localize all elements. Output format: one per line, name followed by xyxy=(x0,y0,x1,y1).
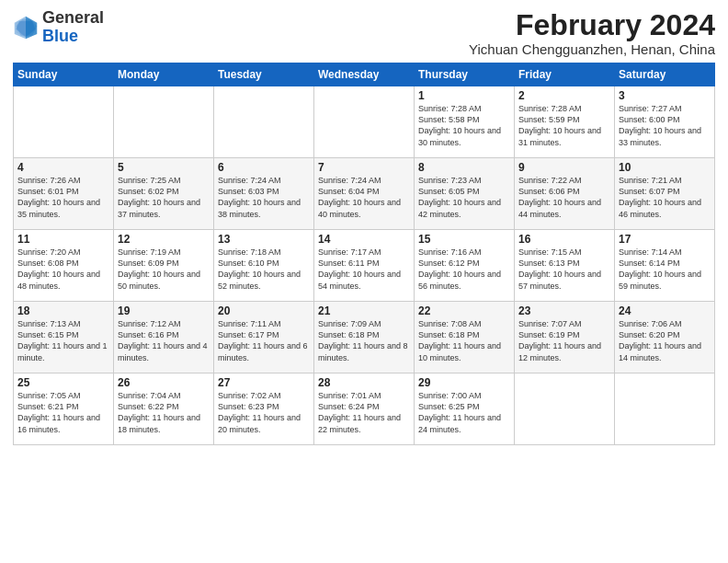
day-number: 11 xyxy=(17,233,109,246)
cell-info: Sunrise: 7:05 AMSunset: 6:21 PMDaylight:… xyxy=(17,390,109,435)
day-number: 9 xyxy=(518,161,610,174)
cell-w3-d6: 16Sunrise: 7:15 AMSunset: 6:13 PMDayligh… xyxy=(515,230,615,302)
day-number: 26 xyxy=(118,376,210,389)
cell-w5-d5: 29Sunrise: 7:00 AMSunset: 6:25 PMDayligh… xyxy=(415,373,515,445)
col-monday: Monday xyxy=(114,63,214,86)
day-number: 28 xyxy=(318,376,410,389)
cell-w2-d3: 6Sunrise: 7:24 AMSunset: 6:03 PMDaylight… xyxy=(214,158,314,230)
cell-w4-d5: 22Sunrise: 7:08 AMSunset: 6:18 PMDayligh… xyxy=(415,302,515,373)
cell-w2-d4: 7Sunrise: 7:24 AMSunset: 6:04 PMDaylight… xyxy=(314,158,415,230)
cell-w5-d3: 27Sunrise: 7:02 AMSunset: 6:23 PMDayligh… xyxy=(214,373,314,445)
cell-w5-d6 xyxy=(515,373,615,445)
title-block: February 2024 Yichuan Chengguanzhen, Hen… xyxy=(469,9,715,57)
cell-w1-d6: 2Sunrise: 7:28 AMSunset: 5:59 PMDaylight… xyxy=(515,86,615,158)
cell-info: Sunrise: 7:13 AMSunset: 6:15 PMDaylight:… xyxy=(17,318,109,363)
col-friday: Friday xyxy=(515,63,615,86)
day-number: 29 xyxy=(418,376,510,389)
day-number: 10 xyxy=(619,161,711,174)
day-number: 12 xyxy=(118,233,210,246)
logo-blue: Blue xyxy=(42,27,78,45)
cell-info: Sunrise: 7:12 AMSunset: 6:16 PMDaylight:… xyxy=(118,318,210,363)
cell-w5-d2: 26Sunrise: 7:04 AMSunset: 6:22 PMDayligh… xyxy=(114,373,214,445)
day-number: 23 xyxy=(518,304,610,317)
cell-w3-d1: 11Sunrise: 7:20 AMSunset: 6:08 PMDayligh… xyxy=(14,230,114,302)
cell-info: Sunrise: 7:01 AMSunset: 6:24 PMDaylight:… xyxy=(318,390,410,435)
day-number: 17 xyxy=(619,233,711,246)
cell-w5-d4: 28Sunrise: 7:01 AMSunset: 6:24 PMDayligh… xyxy=(314,373,415,445)
cell-w4-d7: 24Sunrise: 7:06 AMSunset: 6:20 PMDayligh… xyxy=(615,302,715,373)
cell-info: Sunrise: 7:21 AMSunset: 6:07 PMDaylight:… xyxy=(619,175,711,220)
cell-w4-d4: 21Sunrise: 7:09 AMSunset: 6:18 PMDayligh… xyxy=(314,302,415,373)
day-number: 13 xyxy=(218,233,310,246)
cell-w5-d7 xyxy=(615,373,715,445)
cell-w1-d2 xyxy=(114,86,214,158)
cell-info: Sunrise: 7:27 AMSunset: 6:00 PMDaylight:… xyxy=(619,103,711,148)
cell-w1-d3 xyxy=(214,86,314,158)
day-number: 1 xyxy=(418,89,510,102)
cell-w4-d3: 20Sunrise: 7:11 AMSunset: 6:17 PMDayligh… xyxy=(214,302,314,373)
cell-info: Sunrise: 7:24 AMSunset: 6:03 PMDaylight:… xyxy=(218,175,310,220)
cell-info: Sunrise: 7:24 AMSunset: 6:04 PMDaylight:… xyxy=(318,175,410,220)
cell-w1-d1 xyxy=(14,86,114,158)
header-row: Sunday Monday Tuesday Wednesday Thursday… xyxy=(14,63,715,86)
day-number: 8 xyxy=(418,161,510,174)
cell-info: Sunrise: 7:00 AMSunset: 6:25 PMDaylight:… xyxy=(418,390,510,435)
cell-w4-d6: 23Sunrise: 7:07 AMSunset: 6:19 PMDayligh… xyxy=(515,302,615,373)
day-number: 6 xyxy=(218,161,310,174)
cell-w2-d7: 10Sunrise: 7:21 AMSunset: 6:07 PMDayligh… xyxy=(615,158,715,230)
cell-info: Sunrise: 7:14 AMSunset: 6:14 PMDaylight:… xyxy=(619,247,711,292)
header: General Blue February 2024 Yichuan Cheng… xyxy=(13,9,715,57)
cell-info: Sunrise: 7:28 AMSunset: 5:59 PMDaylight:… xyxy=(518,103,610,148)
cell-w4-d1: 18Sunrise: 7:13 AMSunset: 6:15 PMDayligh… xyxy=(14,302,114,373)
cell-w3-d3: 13Sunrise: 7:18 AMSunset: 6:10 PMDayligh… xyxy=(214,230,314,302)
week-row-4: 18Sunrise: 7:13 AMSunset: 6:15 PMDayligh… xyxy=(14,302,715,373)
cell-info: Sunrise: 7:06 AMSunset: 6:20 PMDaylight:… xyxy=(619,318,711,363)
cell-info: Sunrise: 7:17 AMSunset: 6:11 PMDaylight:… xyxy=(318,247,410,292)
day-number: 20 xyxy=(218,304,310,317)
day-number: 19 xyxy=(118,304,210,317)
week-row-2: 4Sunrise: 7:26 AMSunset: 6:01 PMDaylight… xyxy=(14,158,715,230)
day-number: 27 xyxy=(218,376,310,389)
month-year: February 2024 xyxy=(469,9,715,41)
cell-info: Sunrise: 7:28 AMSunset: 5:58 PMDaylight:… xyxy=(418,103,510,148)
col-tuesday: Tuesday xyxy=(214,63,314,86)
cell-info: Sunrise: 7:16 AMSunset: 6:12 PMDaylight:… xyxy=(418,247,510,292)
cell-w2-d6: 9Sunrise: 7:22 AMSunset: 6:06 PMDaylight… xyxy=(515,158,615,230)
page: General Blue February 2024 Yichuan Cheng… xyxy=(0,0,728,563)
cell-info: Sunrise: 7:08 AMSunset: 6:18 PMDaylight:… xyxy=(418,318,510,363)
day-number: 25 xyxy=(17,376,109,389)
col-thursday: Thursday xyxy=(415,63,515,86)
day-number: 15 xyxy=(418,233,510,246)
cell-w2-d2: 5Sunrise: 7:25 AMSunset: 6:02 PMDaylight… xyxy=(114,158,214,230)
col-saturday: Saturday xyxy=(615,63,715,86)
cell-w3-d4: 14Sunrise: 7:17 AMSunset: 6:11 PMDayligh… xyxy=(314,230,415,302)
day-number: 21 xyxy=(318,304,410,317)
cell-w3-d2: 12Sunrise: 7:19 AMSunset: 6:09 PMDayligh… xyxy=(114,230,214,302)
cell-info: Sunrise: 7:25 AMSunset: 6:02 PMDaylight:… xyxy=(118,175,210,220)
cell-info: Sunrise: 7:18 AMSunset: 6:10 PMDaylight:… xyxy=(218,247,310,292)
cell-w5-d1: 25Sunrise: 7:05 AMSunset: 6:21 PMDayligh… xyxy=(14,373,114,445)
day-number: 22 xyxy=(418,304,510,317)
cell-info: Sunrise: 7:09 AMSunset: 6:18 PMDaylight:… xyxy=(318,318,410,363)
week-row-3: 11Sunrise: 7:20 AMSunset: 6:08 PMDayligh… xyxy=(14,230,715,302)
col-sunday: Sunday xyxy=(14,63,114,86)
day-number: 5 xyxy=(118,161,210,174)
cell-info: Sunrise: 7:07 AMSunset: 6:19 PMDaylight:… xyxy=(518,318,610,363)
day-number: 3 xyxy=(619,89,711,102)
cell-w1-d4 xyxy=(314,86,415,158)
cell-w4-d2: 19Sunrise: 7:12 AMSunset: 6:16 PMDayligh… xyxy=(114,302,214,373)
cell-info: Sunrise: 7:11 AMSunset: 6:17 PMDaylight:… xyxy=(218,318,310,363)
logo: General Blue xyxy=(13,9,104,46)
day-number: 7 xyxy=(318,161,410,174)
cell-w2-d5: 8Sunrise: 7:23 AMSunset: 6:05 PMDaylight… xyxy=(415,158,515,230)
day-number: 24 xyxy=(619,304,711,317)
day-number: 14 xyxy=(318,233,410,246)
cell-w3-d5: 15Sunrise: 7:16 AMSunset: 6:12 PMDayligh… xyxy=(415,230,515,302)
logo-icon xyxy=(13,15,39,40)
cell-info: Sunrise: 7:04 AMSunset: 6:22 PMDaylight:… xyxy=(118,390,210,435)
day-number: 16 xyxy=(518,233,610,246)
logo-general: General xyxy=(42,8,104,27)
week-row-1: 1Sunrise: 7:28 AMSunset: 5:58 PMDaylight… xyxy=(14,86,715,158)
cell-info: Sunrise: 7:02 AMSunset: 6:23 PMDaylight:… xyxy=(218,390,310,435)
logo-text: General Blue xyxy=(42,9,104,46)
